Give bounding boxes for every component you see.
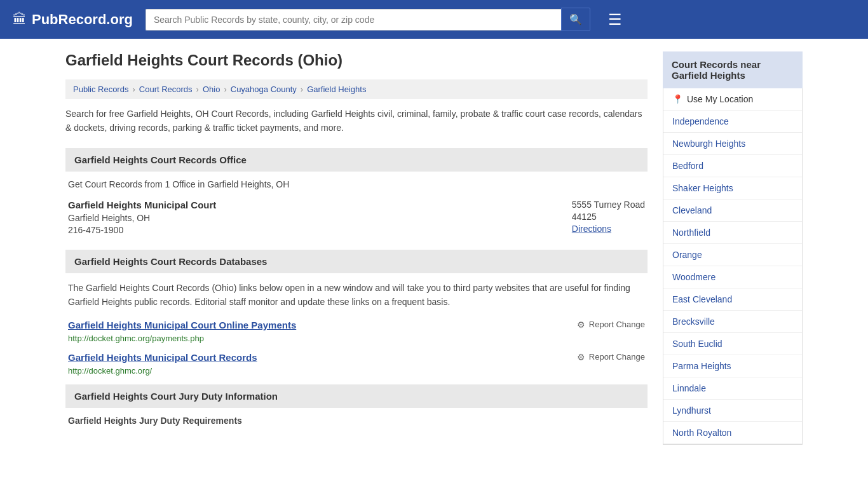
search-button[interactable]: 🔍 [561,8,590,31]
sidebar-item-north-royalton[interactable]: North Royalton [663,422,802,444]
breadcrumb-ohio[interactable]: Ohio [203,85,220,94]
sidebar-item-newburgh-heights[interactable]: Newburgh Heights [663,133,802,155]
sidebar-item-independence[interactable]: Independence [663,111,802,133]
court-info-block: Garfield Heights Municipal Court Garfiel… [65,200,648,237]
jury-section-header: Garfield Heights Court Jury Duty Informa… [65,384,648,408]
sidebar-item-linndale[interactable]: Linndale [663,377,802,400]
breadcrumb-sep-4: › [301,85,303,94]
main-container: Garfield Heights Court Records (Ohio) Pu… [53,39,815,458]
report-change-label-2: Report Change [589,352,645,362]
jury-sub-header: Garfield Heights Jury Duty Requirements [65,416,648,426]
sidebar-item-cleveland[interactable]: Cleveland [663,200,802,222]
page-description: Search for free Garfield Heights, OH Cou… [65,107,648,135]
breadcrumb-sep-3: › [224,85,226,94]
db-link-row-1: Garfield Heights Municipal Court Online … [65,320,648,343]
breadcrumb-public-records[interactable]: Public Records [73,85,128,94]
logo-text: PubRecord.org [32,11,133,28]
page-title: Garfield Heights Court Records (Ohio) [65,51,648,69]
db-link-left-2: Garfield Heights Municipal Court Records… [68,352,257,376]
breadcrumb-cuyahoga[interactable]: Cuyahoga County [231,85,297,94]
directions-link[interactable]: Directions [572,224,611,234]
sidebar-item-bedford[interactable]: Bedford [663,155,802,177]
court-info-right: 5555 Turney Road 44125 Directions [572,200,645,237]
breadcrumb-sep-1: › [132,85,135,94]
search-container: 🔍 [146,8,590,31]
use-my-location-item[interactable]: 📍 Use My Location [663,88,802,111]
court-name: Garfield Heights Municipal Court [68,200,216,210]
breadcrumb-court-records[interactable]: Court Records [139,85,193,94]
breadcrumb-garfield[interactable]: Garfield Heights [307,85,366,94]
logo-icon: 🏛 [13,11,27,28]
sidebar: Court Records near Garfield Heights 📍 Us… [663,51,803,445]
report-change-label-1: Report Change [589,320,645,329]
breadcrumb: Public Records › Court Records › Ohio › … [65,79,648,99]
sidebar-item-orange[interactable]: Orange [663,244,802,266]
logo-link[interactable]: 🏛 PubRecord.org [13,11,133,28]
court-street: 5555 Turney Road [572,200,645,210]
db-link-url-1[interactable]: http://docket.ghmc.org/payments.php [68,334,204,343]
breadcrumb-sep-2: › [196,85,199,94]
content-area: Garfield Heights Court Records (Ohio) Pu… [65,51,648,445]
sidebar-item-northfield[interactable]: Northfield [663,222,802,244]
db-description: The Garfield Heights Court Records (Ohio… [65,281,648,309]
site-header: 🏛 PubRecord.org 🔍 ☰ [0,0,868,39]
db-link-row-2: Garfield Heights Municipal Court Records… [65,352,648,376]
sidebar-item-parma-heights[interactable]: Parma Heights [663,355,802,377]
menu-icon[interactable]: ☰ [608,11,622,29]
sidebar-item-shaker-heights[interactable]: Shaker Heights [663,177,802,200]
report-icon-1: ⚙ [577,320,585,330]
sidebar-item-east-cleveland[interactable]: East Cleveland [663,288,802,311]
sidebar-header: Court Records near Garfield Heights [663,51,803,88]
court-city-state: Garfield Heights, OH [68,213,216,223]
office-section-header: Garfield Heights Court Records Office [65,148,648,172]
databases-section-header: Garfield Heights Court Records Databases [65,250,648,273]
db-link-title-1[interactable]: Garfield Heights Municipal Court Online … [68,320,296,330]
use-location-label: Use My Location [687,94,753,104]
court-phone: 216-475-1900 [68,225,216,235]
sidebar-item-brecksville[interactable]: Brecksville [663,311,802,333]
report-icon-2: ⚙ [577,352,585,362]
db-link-title-2[interactable]: Garfield Heights Municipal Court Records [68,352,257,363]
report-change-button-2[interactable]: ⚙ Report Change [577,352,645,362]
court-zip: 44125 [572,212,645,222]
search-input[interactable] [146,9,561,30]
court-info-left: Garfield Heights Municipal Court Garfiel… [68,200,216,237]
sidebar-item-woodmere[interactable]: Woodmere [663,266,802,288]
db-link-url-2[interactable]: http://docket.ghmc.org/ [68,366,152,376]
db-link-left-1: Garfield Heights Municipal Court Online … [68,320,296,343]
sidebar-list: 📍 Use My Location Independence Newburgh … [663,88,803,445]
sidebar-item-south-euclid[interactable]: South Euclid [663,333,802,355]
sidebar-item-lyndhurst[interactable]: Lyndhurst [663,400,802,422]
office-description: Get Court Records from 1 Office in Garfi… [65,179,648,189]
location-pin-icon: 📍 [672,94,683,104]
report-change-button-1[interactable]: ⚙ Report Change [577,320,645,330]
